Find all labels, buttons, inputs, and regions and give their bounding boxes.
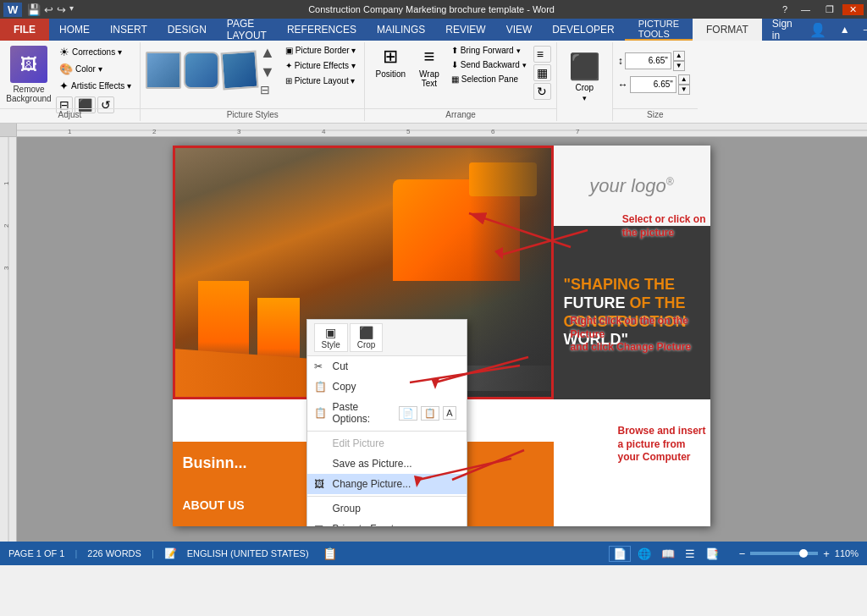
view-web-btn[interactable]: 🌐	[634, 547, 654, 561]
undo-icon[interactable]: ↩	[44, 3, 53, 16]
position-button[interactable]: ⊞ Position	[370, 44, 411, 80]
style-thumb-1[interactable]	[146, 52, 181, 89]
styles-scroll-arrow[interactable]: ▲ ▼ ⊟	[260, 44, 275, 96]
paste-icon: 📋	[314, 407, 327, 419]
svg-text:2: 2	[3, 223, 10, 228]
style-thumb-3[interactable]	[220, 51, 258, 91]
ctx-copy[interactable]: 📋 Copy	[307, 377, 467, 397]
width-spin-down[interactable]: ▼	[678, 85, 690, 95]
tab-home[interactable]: HOME	[49, 19, 100, 41]
logo-text: your logo®	[589, 175, 673, 197]
ribbon-group-size: ↕ ▲ ▼ ↔ ▲ ▼ Size	[613, 42, 698, 121]
language-info[interactable]: ENGLISH (UNITED STATES)	[187, 548, 309, 558]
status-sep-1: |	[75, 548, 77, 558]
zoom-out-btn[interactable]: −	[739, 547, 746, 560]
context-mini-toolbar: ▣ Style ⬛ Crop	[307, 320, 467, 356]
svg-text:7: 7	[576, 128, 580, 135]
width-spin-up[interactable]: ▲	[678, 74, 690, 85]
change-picture-ctx-icon: 🖼	[314, 478, 324, 490]
tab-references[interactable]: REFERENCES	[277, 19, 367, 41]
tab-insert[interactable]: INSERT	[100, 19, 157, 41]
copy-icon: 📋	[314, 381, 327, 393]
crop-button[interactable]: ⬛ Crop ▾	[562, 48, 607, 106]
ctx-change-picture[interactable]: 🖼 Change Picture...	[307, 474, 467, 494]
tab-format[interactable]: FORMAT	[693, 19, 762, 41]
picture-styles-content: ▲ ▼ ⊟ ▣ Picture Border ▾ ✦ Picture Effec…	[146, 44, 360, 109]
height-spin-up[interactable]: ▲	[673, 51, 685, 61]
picture-effects-button[interactable]: ✦ Picture Effects ▾	[282, 59, 360, 72]
proofing-icon[interactable]: 📝	[164, 547, 177, 559]
ribbon-minimize-btn[interactable]: ▲	[833, 19, 857, 41]
view-outline-btn[interactable]: ☰	[682, 547, 699, 561]
ribbon-group-picture-styles: ▲ ▼ ⊟ ▣ Picture Border ▾ ✦ Picture Effec…	[141, 42, 366, 121]
send-backward-button[interactable]: ⬇ Send Backward ▾	[448, 58, 530, 71]
ctx-crop-button[interactable]: ⬛ Crop	[350, 323, 384, 352]
ctx-style-button[interactable]: ▣ Style	[314, 323, 348, 352]
view-read-btn[interactable]: 📖	[658, 547, 678, 561]
ctx-group[interactable]: Group	[307, 498, 467, 519]
close-button[interactable]: ✕	[842, 4, 864, 15]
ribbon: 🖼 Remove Background ☀ Corrections ▾ 🎨 Co…	[0, 41, 867, 124]
rotate-button[interactable]: ↻	[533, 83, 551, 100]
ctx-save-as[interactable]: Save as Picture...	[307, 454, 467, 474]
tab-review[interactable]: REVIEW	[435, 19, 495, 41]
minimize-button[interactable]: —	[794, 4, 817, 15]
ctx-paste-options[interactable]: 📋 Paste Options: 📄 📋 A	[307, 397, 467, 429]
arrange-label: Arrange	[365, 108, 555, 119]
color-button[interactable]: 🎨 Color ▾	[56, 61, 135, 77]
tab-developer[interactable]: DEVELOPER	[542, 19, 624, 41]
picture-style-buttons: ▣ Picture Border ▾ ✦ Picture Effects ▾ ⊞…	[282, 44, 360, 87]
view-print-btn[interactable]: 📄	[609, 546, 631, 562]
ribbon-tabs-row: FILE HOME INSERT DESIGN PAGE LAYOUT REFE…	[0, 19, 867, 41]
annotation-right-click: Right click on the on the Picture and cl…	[571, 315, 706, 355]
group-button[interactable]: ▦	[533, 64, 551, 81]
zoom-in-btn[interactable]: +	[823, 547, 830, 560]
style-thumb-2[interactable]	[184, 52, 219, 89]
sign-in-area[interactable]: Sign in	[762, 19, 803, 41]
tab-page-layout[interactable]: PAGE LAYOUT	[217, 19, 277, 41]
quick-access-toolbar: 💾 ↩ ↪ ▾	[27, 3, 74, 16]
paste-opt-2[interactable]: 📋	[421, 406, 439, 421]
align-button[interactable]: ≡	[533, 46, 551, 63]
svg-text:6: 6	[491, 128, 495, 135]
ctx-bring-to-front[interactable]: ▣ Bring to Front ▶	[307, 519, 467, 526]
picture-styles-label: Picture Styles	[141, 108, 365, 119]
selection-pane-button[interactable]: ▦ Selection Pane	[448, 73, 530, 85]
accessibility-icon[interactable]: 📋	[323, 547, 337, 560]
tab-design[interactable]: DESIGN	[157, 19, 217, 41]
redo-icon[interactable]: ↪	[57, 3, 66, 16]
height-spin-down[interactable]: ▼	[673, 61, 685, 71]
size-label: Size	[613, 108, 698, 119]
restore-button[interactable]: ❐	[819, 4, 841, 15]
adjust-buttons-col: ☀ Corrections ▾ 🎨 Color ▾ ✦ Artistic Eff…	[56, 44, 135, 113]
bring-forward-button[interactable]: ⬆ Bring Forward ▾	[448, 44, 530, 57]
view-buttons: 📄 🌐 📖 ☰ 📑	[609, 546, 722, 562]
customize-icon[interactable]: ▾	[69, 3, 74, 16]
remove-background-button[interactable]: 🖼 Remove Background	[5, 44, 52, 105]
document-area[interactable]: 1 2 3 SHAPING THE FUTURE OF THE CONSTRUC…	[0, 137, 867, 542]
save-icon[interactable]: 💾	[27, 3, 41, 16]
width-input[interactable]	[630, 76, 676, 93]
tab-view[interactable]: VIEW	[496, 19, 543, 41]
window-minimize-btn2[interactable]: —	[857, 19, 867, 41]
paste-opt-1[interactable]: 📄	[399, 406, 417, 421]
width-spinners: ▲ ▼	[678, 74, 690, 95]
file-tab[interactable]: FILE	[0, 19, 49, 41]
corrections-button[interactable]: ☀ Corrections ▾	[56, 44, 135, 60]
zoom-slider-thumb	[799, 549, 808, 558]
window-title: Construction Company Marketing brochure …	[80, 4, 782, 14]
ctx-cut[interactable]: ✂ Cut	[307, 356, 467, 377]
account-icon[interactable]: 👤	[803, 19, 833, 41]
tab-mailings[interactable]: MAILINGS	[367, 19, 435, 41]
picture-border-button[interactable]: ▣ Picture Border ▾	[282, 44, 360, 57]
view-draft-btn[interactable]: 📑	[702, 547, 722, 561]
paste-opt-3[interactable]: A	[443, 406, 456, 420]
wrap-text-button[interactable]: ≡ Wrap Text	[414, 44, 445, 90]
artistic-effects-button[interactable]: ✦ Artistic Effects ▾	[56, 78, 135, 94]
picture-layout-button[interactable]: ⊞ Picture Layout ▾	[282, 74, 360, 87]
help-button[interactable]: ?	[782, 4, 787, 14]
ctx-edit-picture[interactable]: Edit Picture	[307, 433, 467, 454]
zoom-slider-track[interactable]	[750, 552, 818, 555]
svg-text:2: 2	[152, 128, 157, 135]
height-input[interactable]	[625, 52, 671, 69]
